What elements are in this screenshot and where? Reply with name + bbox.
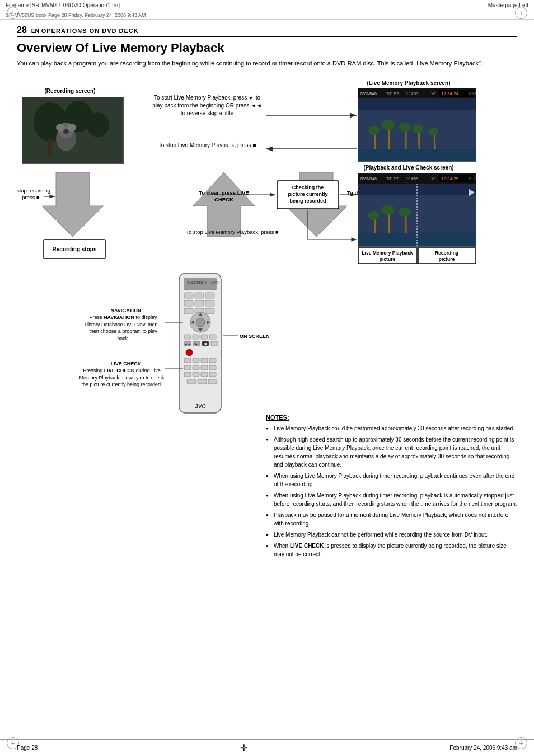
checking-label-3: being recorded	[289, 198, 326, 204]
footer-date: February 24, 2006 9:43 am	[449, 745, 517, 751]
remote-row7-1[interactable]	[184, 372, 191, 377]
remote-brand-cable: CABLE/DBS	[187, 281, 203, 284]
recording-picture-label-1: Recording	[435, 250, 458, 256]
remote-stop-label: ■	[204, 342, 207, 346]
footer-crosshair: ✛	[240, 743, 247, 753]
remote-row6-4[interactable]	[209, 365, 216, 370]
remote-row8-3[interactable]	[208, 379, 217, 384]
livecheck-label: LIVE CHECK	[111, 361, 142, 367]
stop-recording-label-2: press ■	[22, 194, 40, 200]
page-content: 28 EN OPERATIONS ON DVD DECK Overview Of…	[0, 20, 534, 435]
notes-ul-overlay: Live Memory Playback could be performed …	[266, 424, 518, 558]
palm3-top	[399, 123, 411, 132]
live-water	[358, 149, 476, 161]
recording-screen-label: (Recording screen)	[44, 88, 95, 94]
live-dvd-badge: DVD-RAM	[360, 92, 377, 96]
remote-btn-after2[interactable]	[193, 335, 199, 339]
live-clock: 12:34:24	[441, 91, 459, 96]
remote-row8-1[interactable]	[187, 379, 196, 384]
recording-picture-label-2: picture	[439, 256, 455, 262]
koala-trunk1	[48, 139, 52, 156]
pb-palm1-top	[368, 211, 380, 220]
remote-rewind-label: ◄◄	[184, 342, 191, 346]
pb-dvd-badge: DVD-RAM	[360, 177, 377, 181]
remote-row5-2[interactable]	[193, 358, 199, 363]
koala-ear-l	[56, 124, 65, 132]
remote-row5-4[interactable]	[209, 358, 216, 363]
note-overlay-item: Live Memory Playback could be performed …	[266, 424, 518, 433]
navigation-desc-fo: Press NAVIGATION to display Library Data…	[84, 314, 162, 342]
article-title: Overview Of Live Memory Playback	[17, 41, 517, 55]
remote-record-btn[interactable]	[186, 349, 193, 356]
remote-brand-tv: ●TV	[202, 281, 207, 284]
notes-overlay: NOTES: Live Memory Playback could be per…	[266, 414, 518, 561]
live-sky	[358, 98, 476, 110]
remote-btn-after1[interactable]	[184, 335, 191, 339]
remote-row7-2[interactable]	[193, 372, 199, 377]
page-footer: Page 28 ✛ February 24, 2006 9:43 am	[0, 739, 534, 756]
recording-stops-text: Recording stops	[53, 246, 97, 252]
note-overlay-item: When using Live Memory Playback during t…	[266, 472, 518, 489]
koala-foliage3	[87, 112, 109, 137]
pb-time: 0:14:55	[406, 177, 418, 181]
clear-livecheck-label-2: CHECK	[214, 196, 233, 203]
navigation-label: NAVIGATION	[110, 308, 141, 313]
checking-label-1: Checking the	[292, 185, 324, 190]
callout-start-fo: To start Live Memory Playback, press ► t…	[151, 94, 263, 139]
koala-nose	[63, 129, 69, 134]
remote-btn-r2-1[interactable]	[184, 300, 193, 306]
remote-btn-r2-2[interactable]	[195, 300, 204, 306]
pb-ch: CH2	[469, 177, 476, 181]
remote-btn-r1-1[interactable]	[184, 293, 193, 298]
koala-ear-r	[67, 124, 76, 132]
remote-dpad-center[interactable]	[196, 318, 205, 327]
live-memory-label-2: picture	[380, 256, 396, 262]
playback-check-label: (Playback and Live Check screen)	[363, 165, 453, 171]
notes-overlay-title: NOTES:	[266, 414, 518, 421]
remote-row7-3[interactable]	[201, 372, 208, 377]
remote-btn-r3-3[interactable]	[205, 308, 214, 314]
palm1-top	[368, 126, 380, 135]
remote-row8-2[interactable]	[198, 379, 207, 384]
live-time-text: 0:14:55	[406, 92, 418, 96]
sub-header-text: SR-MV50US.book Page 28 Friday, February …	[6, 12, 146, 18]
remote-play-label: ►	[195, 342, 199, 346]
callout-stop1-fo: To stop Live Memory Playback, press ■	[151, 142, 263, 158]
title-bar: 28 EN OPERATIONS ON DVD DECK	[17, 25, 517, 37]
footer-page: Page 28	[17, 745, 38, 751]
live-ch: CH2	[469, 92, 476, 96]
remote-btn-r2-3[interactable]	[205, 300, 214, 306]
remote-btn-r3-1[interactable]	[184, 308, 193, 314]
palm4-top	[412, 124, 423, 133]
live-screen-label: (Live Memory Playback screen)	[367, 80, 451, 86]
filename-label: Filename [SR-MV50U_06DVD Operation1.fm]	[6, 2, 120, 8]
page-number: 28	[17, 25, 27, 35]
sub-header: SR-MV50US.book Page 28 Friday, February …	[0, 11, 534, 20]
remote-btn-r1-2[interactable]	[195, 293, 204, 298]
checking-label-2: picture currently	[288, 191, 327, 197]
main-diagram: (Recording screen) (Live Memory Playback…	[17, 77, 515, 424]
note-overlay-item: Although high-speed search up to approxi…	[266, 435, 518, 469]
remote-brand-dvd: ◎DVD	[210, 281, 219, 284]
live-memory-label-1: Live Memory Playback	[362, 250, 413, 256]
note-overlay-item: Live Memory Playback cannot be performed…	[266, 530, 518, 539]
remote-extra-btn[interactable]	[211, 341, 218, 346]
corner-mark-tl	[7, 7, 19, 19]
remote-row6-3[interactable]	[201, 365, 208, 370]
remote-row6-1[interactable]	[184, 365, 191, 370]
remote-row5-3[interactable]	[201, 358, 208, 363]
diagram-svg: (Recording screen) (Live Memory Playback…	[17, 77, 515, 424]
remote-btn-after4[interactable]	[209, 335, 216, 339]
remote-row5-1[interactable]	[184, 358, 191, 363]
palm2-top	[381, 120, 395, 130]
palm5-top	[428, 128, 438, 135]
remote-btn-after3[interactable]	[201, 335, 208, 339]
pb-title: TITLE:9	[386, 177, 400, 181]
note-overlay-item: When using Live Memory Playback during t…	[266, 491, 518, 508]
remote-btn-r1-3[interactable]	[205, 293, 214, 298]
remote-row7-4[interactable]	[209, 372, 216, 377]
remote-row6-2[interactable]	[193, 365, 199, 370]
note-overlay-item: When LIVE CHECK is pressed to display th…	[266, 542, 518, 558]
article-intro: You can play back a program you are reco…	[17, 59, 517, 68]
arrow-up-center	[193, 172, 255, 237]
